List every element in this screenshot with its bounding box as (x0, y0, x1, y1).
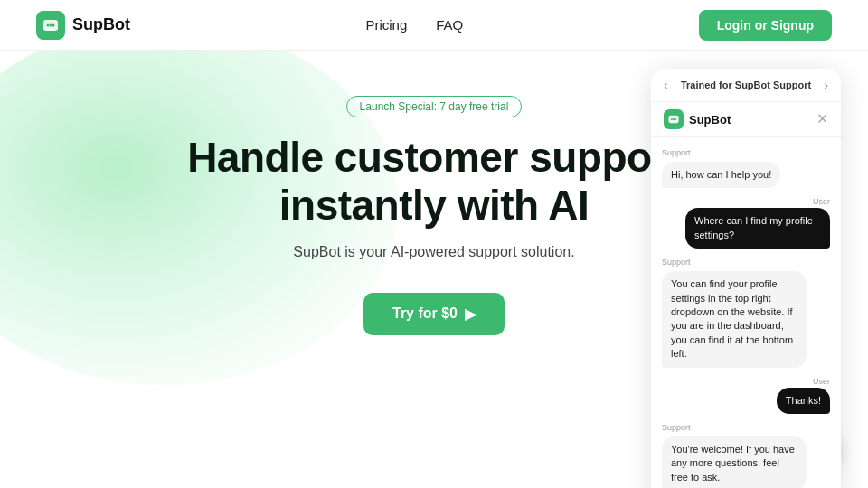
try-button-arrow: ▶ (465, 305, 476, 323)
message-user-2: User Thanks! (662, 377, 830, 414)
chat-header: SupBot ✕ (651, 102, 841, 137)
message-support-3: Support You're welcome! If you have any … (662, 423, 830, 488)
nav-faq[interactable]: FAQ (436, 17, 463, 33)
message-support-1: Support Hi, how can I help you! (662, 148, 830, 188)
chat-bot-name: SupBot (689, 113, 731, 127)
chat-nav-title: Trained for SupBot Support (681, 80, 811, 90)
msg-label-user-1: User (813, 197, 830, 206)
hero-subtitle: SupBot is your AI-powered support soluti… (293, 244, 574, 260)
message-user-1: User Where can I find my profile setting… (662, 197, 830, 249)
chat-next-button[interactable]: › (824, 78, 828, 92)
msg-bubble-user-2: Thanks! (777, 388, 830, 414)
chat-close-button[interactable]: ✕ (816, 112, 828, 127)
msg-bubble-user-1: Where can I find my profile settings? (685, 208, 830, 249)
nav-links: Pricing FAQ (365, 17, 463, 33)
msg-label-support-1: Support (662, 148, 830, 157)
hero-content: Launch Special: 7 day free trial Handle … (145, 96, 723, 335)
chat-prev-button[interactable]: ‹ (664, 78, 668, 92)
hero-title: Handle customer support instantly with A… (187, 134, 681, 230)
chat-nav: ‹ Trained for SupBot Support › (651, 69, 841, 102)
svg-point-3 (52, 23, 55, 26)
hero-title-line2: instantly with AI (279, 182, 589, 229)
launch-badge: Launch Special: 7 day free trial (346, 96, 523, 117)
chat-widget: ‹ Trained for SupBot Support › SupBot ✕ (651, 69, 841, 488)
svg-point-7 (675, 118, 676, 120)
msg-label-support-3: Support (662, 423, 830, 432)
try-button-label: Try for $0 (392, 305, 458, 322)
chat-messages: Support Hi, how can I help you! User Whe… (651, 137, 841, 488)
brand-icon (36, 11, 65, 40)
svg-point-1 (47, 23, 50, 26)
svg-point-2 (50, 23, 52, 26)
brand-logo[interactable]: SupBot (36, 11, 130, 40)
msg-bubble-support-2: You can find your profile settings in th… (662, 271, 807, 367)
chat-header-left: SupBot (664, 109, 731, 129)
try-button[interactable]: Try for $0 ▶ (363, 293, 505, 335)
chat-bot-icon (664, 109, 684, 129)
msg-bubble-support-1: Hi, how can I help you! (662, 162, 780, 188)
msg-label-support-2: Support (662, 258, 830, 267)
navbar-actions: Login or Signup (699, 10, 832, 41)
svg-point-6 (673, 118, 675, 120)
brand-name: SupBot (72, 15, 130, 34)
svg-point-5 (671, 118, 673, 120)
hero-section: Launch Special: 7 day free trial Handle … (0, 51, 868, 488)
login-signup-button[interactable]: Login or Signup (699, 10, 832, 41)
msg-label-user-2: User (813, 377, 830, 386)
nav-pricing[interactable]: Pricing (365, 17, 407, 33)
message-support-2: Support You can find your profile settin… (662, 258, 830, 367)
msg-bubble-support-3: You're welcome! If you have any more que… (662, 436, 807, 488)
hero-title-line1: Handle customer support (187, 134, 681, 181)
navbar: SupBot Pricing FAQ Login or Signup (0, 0, 868, 51)
